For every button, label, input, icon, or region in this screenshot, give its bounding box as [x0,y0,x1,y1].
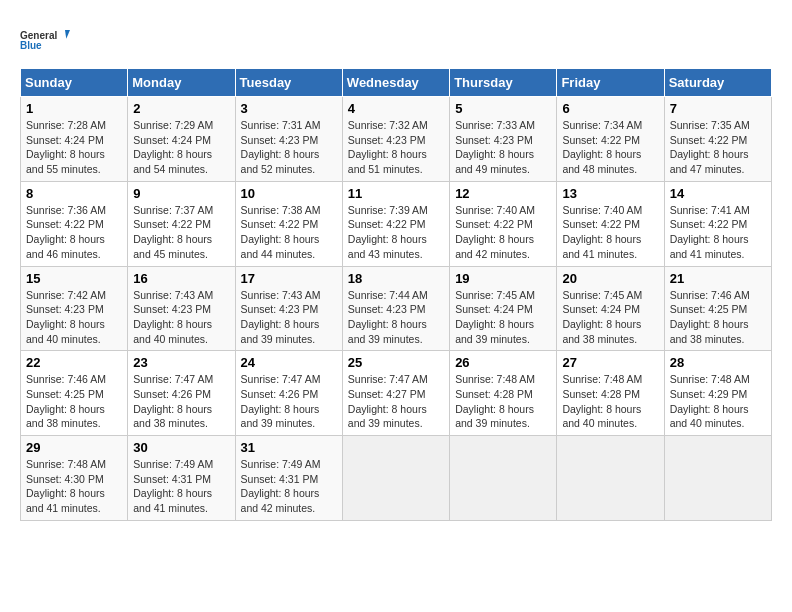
calendar-cell: 1 Sunrise: 7:28 AM Sunset: 4:24 PM Dayli… [21,97,128,182]
day-info: Sunrise: 7:49 AM Sunset: 4:31 PM Dayligh… [241,457,337,516]
calendar-cell: 6 Sunrise: 7:34 AM Sunset: 4:22 PM Dayli… [557,97,664,182]
calendar-cell: 29 Sunrise: 7:48 AM Sunset: 4:30 PM Dayl… [21,436,128,521]
day-number: 7 [670,101,766,116]
logo-svg: General Blue [20,20,70,60]
day-number: 3 [241,101,337,116]
calendar-cell: 15 Sunrise: 7:42 AM Sunset: 4:23 PM Dayl… [21,266,128,351]
day-info: Sunrise: 7:45 AM Sunset: 4:24 PM Dayligh… [562,288,658,347]
day-info: Sunrise: 7:48 AM Sunset: 4:28 PM Dayligh… [562,372,658,431]
day-info: Sunrise: 7:38 AM Sunset: 4:22 PM Dayligh… [241,203,337,262]
logo: General Blue [20,20,70,60]
day-info: Sunrise: 7:39 AM Sunset: 4:22 PM Dayligh… [348,203,444,262]
calendar-cell: 25 Sunrise: 7:47 AM Sunset: 4:27 PM Dayl… [342,351,449,436]
day-number: 13 [562,186,658,201]
calendar-cell [342,436,449,521]
calendar-cell [664,436,771,521]
svg-text:General: General [20,30,57,41]
day-number: 24 [241,355,337,370]
day-info: Sunrise: 7:33 AM Sunset: 4:23 PM Dayligh… [455,118,551,177]
day-number: 16 [133,271,229,286]
day-info: Sunrise: 7:46 AM Sunset: 4:25 PM Dayligh… [26,372,122,431]
calendar-cell: 26 Sunrise: 7:48 AM Sunset: 4:28 PM Dayl… [450,351,557,436]
day-info: Sunrise: 7:36 AM Sunset: 4:22 PM Dayligh… [26,203,122,262]
day-info: Sunrise: 7:43 AM Sunset: 4:23 PM Dayligh… [133,288,229,347]
day-number: 27 [562,355,658,370]
day-info: Sunrise: 7:43 AM Sunset: 4:23 PM Dayligh… [241,288,337,347]
day-info: Sunrise: 7:48 AM Sunset: 4:29 PM Dayligh… [670,372,766,431]
day-number: 5 [455,101,551,116]
day-number: 2 [133,101,229,116]
weekday-header-saturday: Saturday [664,69,771,97]
day-number: 17 [241,271,337,286]
svg-marker-2 [65,30,70,39]
day-number: 18 [348,271,444,286]
day-info: Sunrise: 7:48 AM Sunset: 4:30 PM Dayligh… [26,457,122,516]
calendar-table: SundayMondayTuesdayWednesdayThursdayFrid… [20,68,772,521]
calendar-cell: 2 Sunrise: 7:29 AM Sunset: 4:24 PM Dayli… [128,97,235,182]
calendar-cell: 17 Sunrise: 7:43 AM Sunset: 4:23 PM Dayl… [235,266,342,351]
calendar-cell: 20 Sunrise: 7:45 AM Sunset: 4:24 PM Dayl… [557,266,664,351]
calendar-cell: 8 Sunrise: 7:36 AM Sunset: 4:22 PM Dayli… [21,181,128,266]
calendar-cell: 19 Sunrise: 7:45 AM Sunset: 4:24 PM Dayl… [450,266,557,351]
day-info: Sunrise: 7:34 AM Sunset: 4:22 PM Dayligh… [562,118,658,177]
day-number: 21 [670,271,766,286]
weekday-header-tuesday: Tuesday [235,69,342,97]
day-number: 26 [455,355,551,370]
day-number: 31 [241,440,337,455]
day-info: Sunrise: 7:48 AM Sunset: 4:28 PM Dayligh… [455,372,551,431]
day-info: Sunrise: 7:44 AM Sunset: 4:23 PM Dayligh… [348,288,444,347]
calendar-cell: 30 Sunrise: 7:49 AM Sunset: 4:31 PM Dayl… [128,436,235,521]
day-number: 4 [348,101,444,116]
day-info: Sunrise: 7:47 AM Sunset: 4:26 PM Dayligh… [133,372,229,431]
calendar-cell: 7 Sunrise: 7:35 AM Sunset: 4:22 PM Dayli… [664,97,771,182]
day-number: 29 [26,440,122,455]
day-info: Sunrise: 7:46 AM Sunset: 4:25 PM Dayligh… [670,288,766,347]
day-number: 8 [26,186,122,201]
calendar-cell [450,436,557,521]
day-number: 1 [26,101,122,116]
day-number: 15 [26,271,122,286]
weekday-header-wednesday: Wednesday [342,69,449,97]
calendar-cell [557,436,664,521]
day-info: Sunrise: 7:31 AM Sunset: 4:23 PM Dayligh… [241,118,337,177]
calendar-cell: 21 Sunrise: 7:46 AM Sunset: 4:25 PM Dayl… [664,266,771,351]
calendar-cell: 9 Sunrise: 7:37 AM Sunset: 4:22 PM Dayli… [128,181,235,266]
day-number: 14 [670,186,766,201]
day-info: Sunrise: 7:41 AM Sunset: 4:22 PM Dayligh… [670,203,766,262]
calendar-cell: 23 Sunrise: 7:47 AM Sunset: 4:26 PM Dayl… [128,351,235,436]
page-header: General Blue [20,20,772,60]
calendar-cell: 22 Sunrise: 7:46 AM Sunset: 4:25 PM Dayl… [21,351,128,436]
day-number: 25 [348,355,444,370]
calendar-cell: 12 Sunrise: 7:40 AM Sunset: 4:22 PM Dayl… [450,181,557,266]
day-number: 11 [348,186,444,201]
calendar-cell: 27 Sunrise: 7:48 AM Sunset: 4:28 PM Dayl… [557,351,664,436]
day-number: 6 [562,101,658,116]
day-number: 20 [562,271,658,286]
day-info: Sunrise: 7:49 AM Sunset: 4:31 PM Dayligh… [133,457,229,516]
calendar-cell: 3 Sunrise: 7:31 AM Sunset: 4:23 PM Dayli… [235,97,342,182]
calendar-cell: 4 Sunrise: 7:32 AM Sunset: 4:23 PM Dayli… [342,97,449,182]
day-number: 12 [455,186,551,201]
day-info: Sunrise: 7:40 AM Sunset: 4:22 PM Dayligh… [562,203,658,262]
calendar-cell: 11 Sunrise: 7:39 AM Sunset: 4:22 PM Dayl… [342,181,449,266]
day-info: Sunrise: 7:29 AM Sunset: 4:24 PM Dayligh… [133,118,229,177]
calendar-cell: 5 Sunrise: 7:33 AM Sunset: 4:23 PM Dayli… [450,97,557,182]
day-number: 23 [133,355,229,370]
day-number: 9 [133,186,229,201]
weekday-header-friday: Friday [557,69,664,97]
day-number: 10 [241,186,337,201]
day-info: Sunrise: 7:45 AM Sunset: 4:24 PM Dayligh… [455,288,551,347]
day-number: 19 [455,271,551,286]
day-info: Sunrise: 7:28 AM Sunset: 4:24 PM Dayligh… [26,118,122,177]
svg-text:Blue: Blue [20,40,42,51]
calendar-cell: 28 Sunrise: 7:48 AM Sunset: 4:29 PM Dayl… [664,351,771,436]
calendar-cell: 31 Sunrise: 7:49 AM Sunset: 4:31 PM Dayl… [235,436,342,521]
day-number: 30 [133,440,229,455]
calendar-cell: 16 Sunrise: 7:43 AM Sunset: 4:23 PM Dayl… [128,266,235,351]
day-info: Sunrise: 7:37 AM Sunset: 4:22 PM Dayligh… [133,203,229,262]
day-info: Sunrise: 7:47 AM Sunset: 4:27 PM Dayligh… [348,372,444,431]
weekday-header-sunday: Sunday [21,69,128,97]
day-info: Sunrise: 7:42 AM Sunset: 4:23 PM Dayligh… [26,288,122,347]
day-info: Sunrise: 7:47 AM Sunset: 4:26 PM Dayligh… [241,372,337,431]
day-number: 22 [26,355,122,370]
